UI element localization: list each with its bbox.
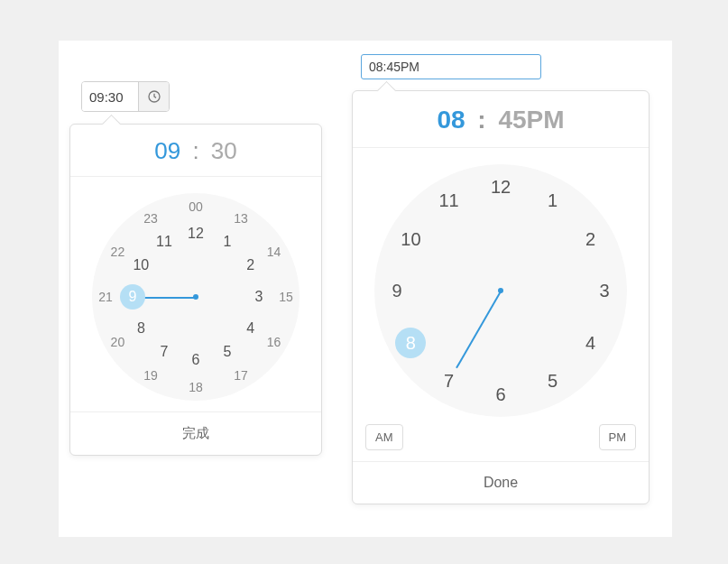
hour-option[interactable]: 17 bbox=[228, 363, 253, 388]
am-button[interactable]: AM bbox=[365, 424, 403, 450]
hour-option[interactable]: 00 bbox=[183, 194, 208, 219]
hour-option[interactable]: 5 bbox=[538, 365, 568, 396]
minutes-display[interactable]: 45 bbox=[498, 106, 526, 134]
time-display-24h: 09 : 30 bbox=[70, 125, 321, 177]
hour-option[interactable]: 11 bbox=[152, 229, 177, 254]
clock-icon bbox=[147, 89, 161, 104]
hour-option[interactable]: 16 bbox=[262, 329, 287, 355]
hour-option[interactable]: 10 bbox=[128, 253, 153, 278]
hour-option[interactable]: 2 bbox=[576, 224, 606, 254]
hour-option[interactable]: 20 bbox=[105, 329, 130, 355]
time-separator: : bbox=[472, 106, 491, 134]
done-button[interactable]: 完成 bbox=[70, 411, 321, 455]
period-display[interactable]: PM bbox=[527, 106, 565, 134]
hours-display[interactable]: 09 bbox=[154, 137, 180, 164]
minutes-display[interactable]: 30 bbox=[211, 137, 237, 164]
hour-option[interactable]: 3 bbox=[589, 275, 620, 306]
hour-option[interactable]: 8 bbox=[128, 316, 153, 341]
hour-option[interactable]: 13 bbox=[228, 206, 253, 231]
hour-option[interactable]: 11 bbox=[434, 185, 465, 216]
hour-option[interactable]: 6 bbox=[183, 347, 208, 373]
hour-option[interactable]: 15 bbox=[273, 284, 299, 310]
hour-option[interactable]: 4 bbox=[576, 328, 606, 358]
hour-option[interactable]: 7 bbox=[434, 365, 465, 396]
done-button[interactable]: Done bbox=[353, 461, 649, 504]
hour-option[interactable]: 9 bbox=[120, 284, 145, 310]
timepicker-panel-24h: 09 : 30 12001132143154165176187198209211… bbox=[69, 124, 322, 456]
clock-hand bbox=[456, 291, 502, 369]
hours-display[interactable]: 08 bbox=[437, 106, 465, 134]
hour-option[interactable]: 19 bbox=[138, 363, 163, 388]
hour-option[interactable]: 12 bbox=[485, 171, 516, 202]
hour-option[interactable]: 9 bbox=[382, 275, 412, 306]
hour-option[interactable]: 23 bbox=[138, 206, 163, 231]
time-display-12h: 08 : 45PM bbox=[353, 91, 649, 148]
hour-option[interactable]: 1 bbox=[538, 185, 568, 216]
hour-option[interactable]: 6 bbox=[485, 379, 516, 410]
clock-hand bbox=[142, 297, 196, 299]
ampm-row: AM PM bbox=[353, 424, 649, 461]
hour-option[interactable]: 7 bbox=[152, 339, 177, 365]
hour-option[interactable]: 5 bbox=[215, 339, 240, 365]
hour-option[interactable]: 12 bbox=[183, 221, 208, 246]
hour-option[interactable]: 1 bbox=[215, 229, 240, 254]
hour-option[interactable]: 8 bbox=[395, 328, 426, 358]
time-input-24h[interactable] bbox=[82, 82, 138, 111]
hour-option[interactable]: 2 bbox=[238, 253, 263, 278]
hour-option[interactable]: 22 bbox=[105, 239, 130, 264]
open-timepicker-button[interactable] bbox=[138, 82, 169, 111]
hour-option[interactable]: 10 bbox=[395, 224, 426, 254]
hour-option[interactable]: 4 bbox=[238, 316, 263, 341]
time-separator: : bbox=[187, 137, 204, 164]
clock-face-12h[interactable]: 121234567891011 bbox=[374, 164, 627, 417]
time-input-12h[interactable] bbox=[361, 54, 541, 79]
time-input-group-24h bbox=[81, 81, 170, 112]
timepicker-panel-12h: 08 : 45PM 121234567891011 AM PM Done bbox=[352, 90, 650, 504]
hour-option[interactable]: 14 bbox=[262, 239, 287, 264]
hour-option[interactable]: 3 bbox=[246, 284, 272, 310]
hour-option[interactable]: 21 bbox=[93, 284, 118, 310]
pm-button[interactable]: PM bbox=[599, 424, 637, 450]
clock-face-24h[interactable]: 120011321431541651761871982092110221123 bbox=[92, 193, 299, 401]
hour-option[interactable]: 18 bbox=[183, 374, 208, 400]
